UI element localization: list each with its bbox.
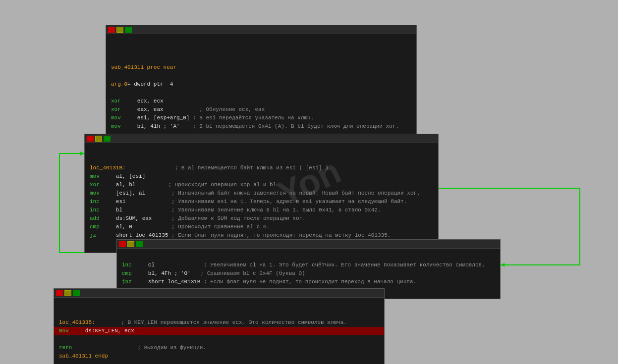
maximize-icon[interactable] (73, 290, 80, 296)
code-block-4: loc_401335: ; В KEY_LEN перемещается зна… (54, 298, 384, 364)
code-window-4: loc_401335: ; В KEY_LEN перемещается зна… (54, 288, 385, 364)
close-icon[interactable] (56, 290, 63, 296)
minimize-icon[interactable] (127, 241, 134, 247)
minimize-icon[interactable] (95, 136, 102, 142)
code-block-2: loc_40131B: ; В al перемещается байт клю… (85, 143, 438, 253)
maximize-icon[interactable] (104, 136, 111, 142)
code-block-1: sub_401311 proc near arg_0= dword ptr 4 … (106, 34, 416, 144)
titlebar-2 (85, 134, 438, 143)
code-window-2: loc_40131B: ; В al перемещается байт клю… (84, 134, 439, 253)
close-icon[interactable] (87, 136, 94, 142)
titlebar-3 (117, 240, 500, 249)
minimize-icon[interactable] (64, 290, 71, 296)
close-icon[interactable] (108, 27, 115, 33)
maximize-icon[interactable] (136, 241, 143, 247)
minimize-icon[interactable] (116, 27, 123, 33)
svg-marker-7 (501, 263, 505, 267)
maximize-icon[interactable] (125, 27, 132, 33)
svg-marker-19 (80, 152, 84, 156)
titlebar-4 (54, 289, 384, 298)
titlebar-1 (106, 25, 416, 34)
code-window-1: sub_401311 proc near arg_0= dword ptr 4 … (106, 25, 417, 144)
close-icon[interactable] (119, 241, 126, 247)
